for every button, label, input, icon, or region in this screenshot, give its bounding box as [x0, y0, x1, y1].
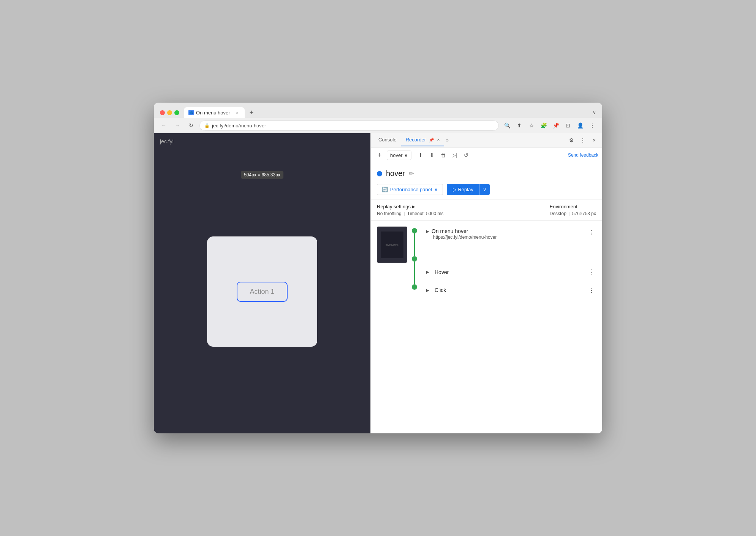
recorder-toolbar: + hover ∨ ⬆ ⬇ 🗑 ▷| ↺ Send feedback	[371, 147, 602, 163]
add-recording-button[interactable]: +	[375, 150, 384, 160]
recording-select[interactable]: hover ∨	[387, 151, 411, 160]
environment-detail: Desktop | 576×753 px	[550, 211, 596, 216]
extension-icon[interactable]: 🧩	[538, 120, 549, 131]
edit-recording-name-icon[interactable]: ✏	[409, 170, 414, 177]
start-recording-button[interactable]: ▷|	[449, 150, 460, 160]
forward-button[interactable]: →	[172, 120, 183, 131]
close-devtools-icon[interactable]: ×	[589, 135, 599, 145]
webpage-header: jec.fyi	[154, 133, 370, 150]
send-feedback-link[interactable]: Send feedback	[568, 152, 598, 158]
devtools-more-tabs[interactable]: »	[446, 137, 448, 143]
url-text: jec.fyi/demo/menu-hover	[212, 123, 266, 128]
performance-panel-button[interactable]: 🔄 Performance panel ∨	[377, 184, 443, 195]
action-buttons-row: 🔄 Performance panel ∨ ▷ Replay ∨	[371, 181, 602, 200]
settings-section: Replay settings ▶ No throttling | Timeou…	[371, 200, 602, 220]
replay-settings-detail: No throttling | Timeout: 5000 ms	[377, 211, 443, 216]
step-item-on-menu-hover[interactable]: ▶ On menu hover https://jec.fyi/demo/men…	[426, 227, 596, 263]
step-group-main: hover over this	[377, 227, 596, 299]
perf-panel-dropdown-icon: ∨	[434, 187, 438, 192]
replay-button[interactable]: ▷ Replay	[447, 184, 479, 195]
replay-dropdown-button[interactable]: ∨	[479, 184, 490, 195]
webpage-body: Action 1	[154, 150, 370, 433]
step-item-click[interactable]: ▶ Click ⋮	[426, 284, 596, 299]
performance-panel-label: Performance panel	[390, 187, 432, 192]
performance-panel-icon: 🔄	[382, 187, 388, 192]
devtools-actions: ⚙ ⋮ ×	[566, 135, 599, 145]
address-bar[interactable]: 🔒 jec.fyi/demo/menu-hover	[199, 121, 499, 131]
maximize-traffic-light[interactable]	[174, 110, 179, 115]
step-more-button-click[interactable]: ⋮	[587, 285, 596, 295]
step-more-button-hover[interactable]: ⋮	[587, 268, 596, 277]
step-label-on-menu-hover: On menu hover	[432, 228, 468, 234]
settings-icon[interactable]: ⚙	[566, 135, 576, 145]
profile-icon[interactable]: 👤	[575, 120, 585, 131]
step-hover-expand-icon[interactable]: ▶	[426, 270, 429, 274]
delete-button[interactable]: 🗑	[438, 150, 449, 160]
timeline-dot-2	[412, 256, 417, 262]
timeline-dot-1	[412, 228, 417, 233]
step-item-hover[interactable]: ▶ Hover ⋮	[426, 263, 596, 284]
step-label-click: Click	[435, 287, 446, 293]
timeline-dot-3	[412, 284, 417, 290]
replay-settings-title[interactable]: Replay settings ▶	[377, 204, 443, 209]
action-button[interactable]: Action 1	[237, 282, 287, 302]
recording-name-label: hover	[386, 169, 405, 178]
minimize-traffic-light[interactable]	[167, 110, 172, 115]
tab-favicon-icon: 🔵	[188, 110, 194, 115]
timeline-line-1	[414, 233, 415, 256]
tab-recorder-close[interactable]: ×	[437, 137, 440, 143]
refresh-button[interactable]: ↻	[186, 120, 196, 131]
menu-icon[interactable]: ⋮	[587, 120, 598, 131]
import-button[interactable]: ⬇	[427, 150, 437, 160]
size-tooltip: 504px × 685.33px	[241, 171, 283, 179]
replay-dropdown-arrow: ∨	[483, 187, 487, 192]
step-content-on-menu-hover: ▶ On menu hover https://jec.fyi/demo/men…	[426, 228, 584, 240]
nav-bar: ← → ↻ 🔒 jec.fyi/demo/menu-hover 🔍 ⬆ ☆ 🧩 …	[154, 118, 602, 133]
back-button[interactable]: ←	[158, 120, 169, 131]
step-more-button-on-menu-hover[interactable]: ⋮	[587, 228, 596, 237]
step-thumb-text: hover over this	[385, 243, 399, 247]
recording-actions: ⬆ ⬇ 🗑 ▷| ↺	[415, 150, 471, 160]
title-bar: 🔵 On menu hover × + ∨	[154, 103, 602, 118]
split-view-icon[interactable]: ⊡	[563, 120, 573, 131]
share-icon[interactable]: ⬆	[514, 120, 525, 131]
devtools-extension-icon[interactable]: 📌	[550, 120, 561, 131]
action-card: Action 1	[207, 236, 317, 347]
tab-title: On menu hover	[196, 110, 232, 116]
recording-status-dot	[377, 171, 382, 176]
step-url-on-menu-hover: https://jec.fyi/demo/menu-hover	[433, 235, 584, 240]
environment-col: Environment Desktop | 576×753 px	[550, 204, 596, 216]
search-icon[interactable]: 🔍	[502, 120, 512, 131]
settings-divider: |	[404, 211, 405, 216]
bookmark-icon[interactable]: ☆	[526, 120, 537, 131]
replay-settings-arrow: ▶	[412, 205, 415, 209]
replay-options-button[interactable]: ↺	[461, 150, 471, 160]
export-button[interactable]: ⬆	[415, 150, 426, 160]
recorder-pin-icon: 📌	[429, 138, 434, 142]
close-traffic-light[interactable]	[160, 110, 165, 115]
more-tabs-button[interactable]: ∨	[593, 110, 596, 115]
replay-settings-col: Replay settings ▶ No throttling | Timeou…	[377, 204, 443, 216]
throttling-label: No throttling	[377, 211, 402, 216]
device-label: Desktop	[550, 211, 566, 216]
more-options-icon[interactable]: ⋮	[578, 135, 588, 145]
webpage-panel: jec.fyi 504px × 685.33px Action 1	[154, 133, 370, 433]
devtools-tab-bar: Console Recorder 📌 × » ⚙ ⋮ ×	[371, 133, 602, 147]
tab-console[interactable]: Console	[374, 134, 401, 146]
replay-button-label: ▷ Replay	[453, 187, 473, 192]
tab-close-icon[interactable]: ×	[234, 109, 240, 116]
tab-recorder[interactable]: Recorder 📌 ×	[401, 134, 444, 146]
step-click-expand-icon[interactable]: ▶	[426, 288, 429, 292]
new-tab-button[interactable]: +	[246, 107, 257, 118]
site-name: jec.fyi	[160, 138, 174, 144]
recording-header: hover ✏	[371, 163, 602, 181]
step-expand-icon[interactable]: ▶	[426, 229, 429, 233]
step-thumb-inner: hover over this	[381, 232, 403, 258]
timeout-label: Timeout: 5000 ms	[407, 211, 444, 216]
recording-select-name: hover	[390, 152, 403, 158]
active-tab[interactable]: 🔵 On menu hover ×	[184, 107, 245, 118]
browser-window: 🔵 On menu hover × + ∨ ← → ↻ 🔒 jec.fyi/de…	[154, 103, 602, 433]
resolution-label: 576×753 px	[572, 211, 596, 216]
traffic-lights	[160, 110, 179, 115]
steps-section: hover over this	[371, 220, 602, 433]
